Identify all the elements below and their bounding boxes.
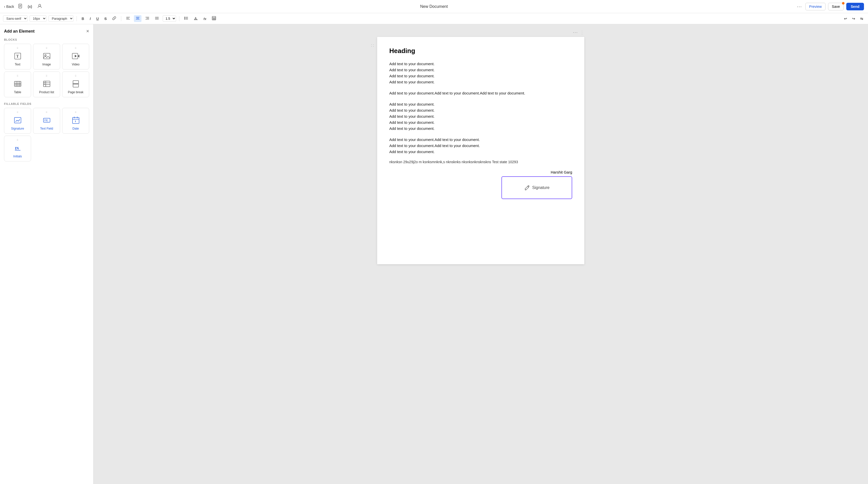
table-block-icon xyxy=(13,79,22,88)
more-options-button[interactable]: ⋯ xyxy=(796,2,803,10)
svg-text:$: $ xyxy=(44,81,45,83)
align-justify-icon xyxy=(155,16,159,20)
svg-rect-37 xyxy=(14,81,21,86)
document-heading[interactable]: Heading xyxy=(389,47,572,55)
svg-rect-50 xyxy=(73,84,79,87)
sidebar-item-image[interactable]: ⠿ Image xyxy=(33,44,60,69)
initials-icon: IN xyxy=(13,144,22,152)
align-center-button[interactable] xyxy=(134,15,142,22)
align-left-icon xyxy=(126,16,130,20)
svg-marker-36 xyxy=(75,55,77,57)
undo-button[interactable]: ↩ xyxy=(842,16,849,22)
document-paragraph-1[interactable]: Add text to your document. Add text to y… xyxy=(389,61,572,85)
variable-icon-button[interactable]: (x) xyxy=(26,3,34,9)
redo-icon: ↪ xyxy=(852,17,855,21)
sidebar-item-initials[interactable]: ⠿ IN Initials xyxy=(4,135,31,161)
top-bar-left: ‹ Back (x) xyxy=(4,2,44,10)
strikethrough-button[interactable]: S xyxy=(102,16,108,22)
split-view-button[interactable]: ⇆ xyxy=(859,16,865,22)
main-area: Add an Element × BLOCKS ⠿ T Text ⠿ Image xyxy=(0,24,868,484)
text-block-label: Text xyxy=(14,63,20,66)
document-paragraph-2[interactable]: Add text to your document.Add text to yo… xyxy=(389,90,572,96)
table-insert-button[interactable] xyxy=(210,15,218,22)
back-button[interactable]: ‹ Back xyxy=(4,4,14,8)
document-paragraph-4[interactable]: Add text to your document.Add text to yo… xyxy=(389,137,572,155)
text-block-icon: T xyxy=(13,52,22,61)
list-icon xyxy=(184,16,188,20)
svg-text:T|: T| xyxy=(46,119,48,122)
send-button[interactable]: Send xyxy=(846,3,864,10)
video-block-icon xyxy=(71,52,80,61)
underline-button[interactable]: U xyxy=(94,16,100,22)
signature-block-label: Signature xyxy=(11,127,24,130)
para-line: Add text to your document. xyxy=(389,114,572,120)
align-right-button[interactable] xyxy=(144,15,151,22)
sidebar-item-signature[interactable]: ⠿ Signature xyxy=(4,108,31,133)
doc-more-button[interactable]: ⋯ xyxy=(573,29,578,35)
document-title-input[interactable] xyxy=(396,4,472,9)
formula-icon: fx xyxy=(204,17,207,21)
para-line: Add text to your document.Add text to yo… xyxy=(389,143,572,149)
sidebar-item-text-field[interactable]: ⠿ T| Text Field xyxy=(33,108,60,133)
split-icon: ⇆ xyxy=(860,17,863,21)
para-line: Add text to your document. xyxy=(389,79,572,85)
bold-button[interactable]: B xyxy=(80,16,86,22)
save-button[interactable]: Save xyxy=(828,3,844,10)
signature-box-label: Signature xyxy=(532,185,550,190)
para-line: Add text to your document. xyxy=(389,149,572,155)
top-bar-center xyxy=(396,4,472,9)
page-break-block-icon xyxy=(71,79,80,88)
drag-handle: ⠿ xyxy=(46,47,48,50)
table-icon xyxy=(212,16,216,20)
redo-button[interactable]: ↪ xyxy=(850,16,857,22)
preview-button[interactable]: Preview xyxy=(805,3,826,10)
para-line: Add text to your document. xyxy=(389,67,572,73)
paragraph-style-select[interactable]: Paragraph xyxy=(49,16,73,22)
sidebar-title: Add an Element xyxy=(4,29,35,34)
italic-button[interactable]: I xyxy=(88,16,92,22)
formatting-toolbar: Sans-serif 16px Paragraph B I U S xyxy=(0,13,868,24)
sidebar-item-page-break[interactable]: ⠿ Page break xyxy=(62,71,89,97)
align-left-button[interactable] xyxy=(124,15,132,22)
fillable-grid: ⠿ Signature ⠿ T| Text Field ⠿ 1 xyxy=(4,108,89,161)
user-icon-button[interactable] xyxy=(36,2,44,10)
list-button[interactable] xyxy=(182,15,190,22)
document-paragraph-3[interactable]: Add text to your document. Add text to y… xyxy=(389,101,572,131)
image-icon xyxy=(43,52,51,60)
new-doc-icon-button[interactable] xyxy=(16,2,24,10)
line-height-select[interactable]: 1.5 xyxy=(163,16,176,22)
highlight-button[interactable]: A xyxy=(192,15,199,22)
sidebar-item-date[interactable]: ⠿ 1 Date xyxy=(62,108,89,133)
svg-rect-49 xyxy=(73,81,79,84)
drag-handle: ⠿ xyxy=(46,75,48,77)
svg-point-22 xyxy=(184,19,185,20)
sidebar-item-text[interactable]: ⠿ T Text xyxy=(4,44,31,69)
drag-handle: ⠿ xyxy=(17,139,19,142)
table-block-label: Table xyxy=(14,90,21,94)
back-label: Back xyxy=(6,4,14,8)
svg-marker-35 xyxy=(78,55,79,58)
formula-button[interactable]: fx xyxy=(202,16,208,22)
signer-name: Harshit Garg xyxy=(389,170,572,174)
align-justify-button[interactable] xyxy=(153,15,161,22)
link-button[interactable] xyxy=(111,15,118,22)
drag-handle: ⠿ xyxy=(75,75,77,77)
font-family-select[interactable]: Sans-serif xyxy=(3,16,28,22)
page-break-icon xyxy=(72,80,80,88)
product-list-block-icon: $$ xyxy=(42,79,51,88)
sidebar-item-product-list[interactable]: ⠿ $$ Product list xyxy=(33,71,60,97)
text-field-block-icon: T| xyxy=(42,116,51,125)
sidebar-item-video[interactable]: ⠿ Video xyxy=(62,44,89,69)
font-size-select[interactable]: 16px xyxy=(30,16,46,22)
svg-text:1: 1 xyxy=(75,120,76,122)
sidebar: Add an Element × BLOCKS ⠿ T Text ⠿ Image xyxy=(0,24,93,484)
signature-icon xyxy=(13,116,22,124)
block-drag-handle[interactable]: ∷ xyxy=(371,43,374,49)
sidebar-close-button[interactable]: × xyxy=(86,28,89,34)
video-block-label: Video xyxy=(72,63,79,66)
signature-box[interactable]: Signature xyxy=(501,176,572,199)
document-icon xyxy=(18,3,23,8)
sidebar-item-table[interactable]: ⠿ Table xyxy=(4,71,31,97)
drag-handle: ⠿ xyxy=(17,75,19,77)
top-bar: ‹ Back (x) ⋯ Preview Save Send xyxy=(0,0,868,13)
